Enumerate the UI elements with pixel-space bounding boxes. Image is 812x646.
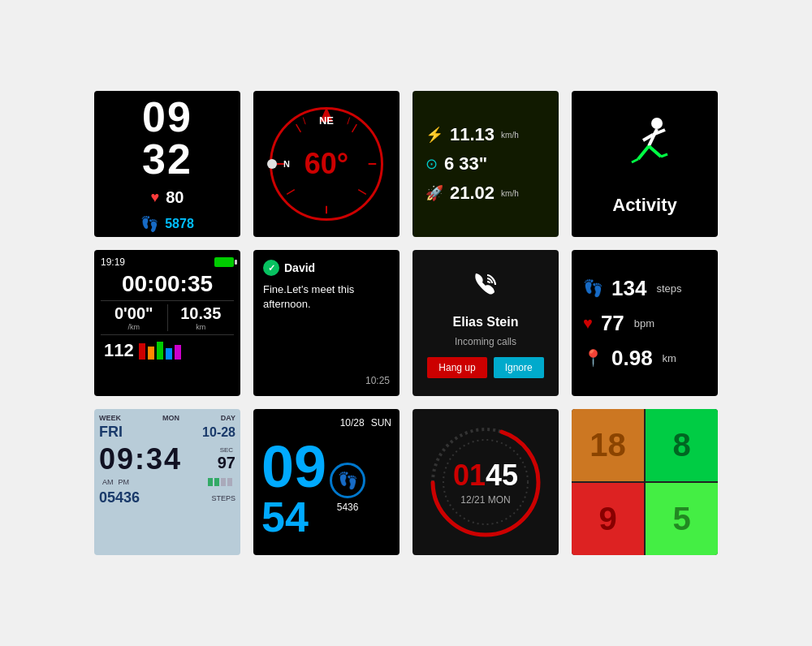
compass-n-label: N xyxy=(283,159,290,169)
workout-header: 19:19 xyxy=(101,256,234,268)
dist-metric: 10.35 km xyxy=(168,304,235,331)
steps-circle-icon: 👣 xyxy=(330,463,365,498)
digital-min: 54 xyxy=(261,496,326,538)
watch-grid: 0932 ♥ 80 👣 5878 xyxy=(70,67,742,579)
message-time: 10:25 xyxy=(263,375,390,386)
watch-time-steps: 0932 ♥ 80 👣 5878 xyxy=(94,91,240,237)
color-bars xyxy=(139,342,181,360)
svg-line-15 xyxy=(638,146,649,159)
heart-icon: ♥ xyxy=(151,189,160,206)
watch-lcd: WEEK MON DAY FRI 10-28 09:34 SEC 97 AM P… xyxy=(94,409,240,555)
digital-date-row: 10/28 SUN xyxy=(261,417,391,429)
lcd-header: WEEK MON DAY xyxy=(99,414,235,422)
message-sender-row: ✓ David xyxy=(263,260,390,276)
sec-val: 97 xyxy=(218,454,235,472)
lcd-steps-val: 05436 xyxy=(99,489,140,506)
am-label: AM xyxy=(102,478,114,486)
circular-time-nums: 01 45 xyxy=(453,459,518,493)
svg-line-17 xyxy=(632,159,638,162)
sec-label: SEC xyxy=(220,446,233,454)
watch-message: ✓ David Fine.Let's meet this afternoon. … xyxy=(253,250,400,396)
bar-blue xyxy=(166,348,172,360)
day-label: DAY xyxy=(221,414,235,422)
digital-day: SUN xyxy=(371,417,391,429)
steps-icon: 👣 xyxy=(140,215,158,233)
call-icon xyxy=(469,269,502,308)
svg-line-5 xyxy=(296,124,301,132)
steps-health-unit: steps xyxy=(656,282,681,295)
pm-label: PM xyxy=(119,478,130,486)
mon-label: MON xyxy=(162,414,179,422)
lcd-date-row: FRI 10-28 xyxy=(99,424,235,441)
tile-1: 18 xyxy=(572,409,644,481)
sender-name: David xyxy=(284,261,315,274)
speed-icon-1: ⚡ xyxy=(425,126,443,144)
bpm-health-row: ♥ 77 bpm xyxy=(583,311,706,336)
svg-line-16 xyxy=(661,154,667,157)
cadence-row: 112 xyxy=(101,338,234,363)
stats-row: ♥ 80 xyxy=(151,188,184,207)
pace-val: 6 33" xyxy=(444,153,487,174)
lcd-time-row: 09:34 SEC 97 xyxy=(99,442,235,476)
call-buttons: Hang up Ignore xyxy=(427,357,543,378)
compass-direction: NE xyxy=(319,114,334,127)
dist-health-unit: km xyxy=(663,352,676,364)
circular-min: 45 xyxy=(486,459,518,493)
svg-line-4 xyxy=(352,124,357,132)
digital-time-nums: 09 54 xyxy=(261,437,326,538)
ignore-button[interactable]: Ignore xyxy=(494,357,544,378)
svg-line-9 xyxy=(303,118,305,125)
bat-bar-1 xyxy=(208,478,213,486)
pace-unit: /km xyxy=(101,323,167,331)
bar-purple xyxy=(175,345,181,360)
bpm-unit: bpm xyxy=(634,317,654,329)
cadence-val: 112 xyxy=(104,340,134,361)
workout-metrics: 0'00" /km 10.35 km xyxy=(101,300,234,335)
lcd-date: 10-28 xyxy=(202,425,235,440)
runner-icon xyxy=(612,112,677,188)
svg-line-6 xyxy=(287,190,295,195)
svg-line-14 xyxy=(649,146,661,157)
bar-red xyxy=(139,343,145,360)
digital-time-area: 09 54 👣 5436 xyxy=(261,429,391,547)
speed-unit-2: km/h xyxy=(501,189,519,198)
dist-health-val: 0.98 xyxy=(611,346,653,371)
steps-health-row: 👣 134 steps xyxy=(583,276,706,301)
tile-2-val: 8 xyxy=(672,427,690,463)
compass-ring: NE N 60° xyxy=(270,107,383,221)
svg-point-10 xyxy=(651,118,663,129)
circular-time: 01 45 12/21 MON xyxy=(453,459,518,506)
watch-incoming-call: Elias Stein Incoming calls Hang up Ignor… xyxy=(412,250,559,396)
speed-icon-2: 🚀 xyxy=(425,184,443,202)
dist-unit: km xyxy=(168,323,235,331)
workout-timer: 00:00:35 xyxy=(101,271,234,297)
digital-date: 10/28 xyxy=(340,417,365,429)
speed-val-1: 11.13 xyxy=(450,124,495,145)
circular-inner: 01 45 12/21 MON xyxy=(425,421,546,543)
heart-health-icon: ♥ xyxy=(583,314,593,333)
circular-date: 12/21 MON xyxy=(453,494,518,506)
digital-steps: 5436 xyxy=(337,502,359,513)
ampm-row: AM PM xyxy=(99,478,235,486)
watch-speed: ⚡ 11.13 km/h ⊙ 6 33" 🚀 21.02 km/h xyxy=(412,91,559,237)
svg-line-7 xyxy=(358,190,366,195)
steps-health-val: 134 xyxy=(611,276,646,301)
hang-up-button[interactable]: Hang up xyxy=(427,357,486,378)
bar-orange xyxy=(148,347,154,360)
watch-color-tiles: 18 8 9 5 xyxy=(572,409,718,555)
tile-3-val: 9 xyxy=(598,501,616,537)
tile-4-val: 5 xyxy=(672,501,690,537)
day-name: FRI xyxy=(99,424,123,441)
watch-digital-blue: 10/28 SUN 09 54 👣 5436 xyxy=(253,409,400,555)
lcd-time: 09:34 xyxy=(99,442,182,476)
steps-value: 5878 xyxy=(165,217,194,231)
dist-val: 10.35 xyxy=(168,304,235,323)
bpm-val: 77 xyxy=(601,311,624,336)
lcd-battery xyxy=(208,478,232,486)
speed-unit-1: km/h xyxy=(501,131,519,140)
heart-value: 80 xyxy=(166,188,184,207)
call-status: Incoming calls xyxy=(455,336,516,347)
tile-4: 5 xyxy=(646,483,718,555)
bat-bar-3 xyxy=(221,478,226,486)
digital-right: 👣 5436 xyxy=(330,463,365,513)
